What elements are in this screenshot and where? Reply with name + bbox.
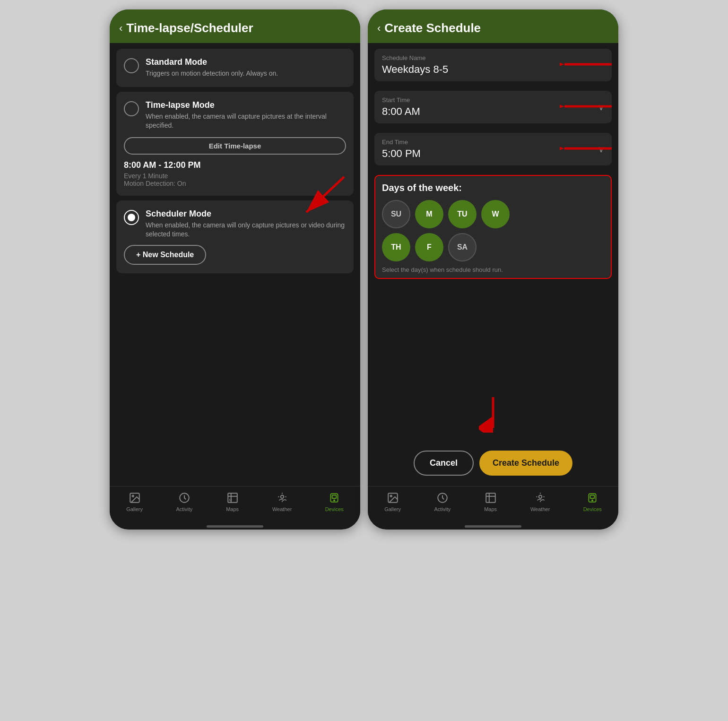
back-button-left[interactable]: ‹ (119, 22, 122, 35)
schedule-name-wrapper: Schedule Name Weekdays 8-5 (374, 49, 612, 81)
end-time-chevron: ∨ (598, 144, 604, 155)
left-header: ‹ Time-lapse/Scheduler (110, 9, 360, 43)
interval-display: Every 1 Minute (124, 172, 346, 180)
schedule-time-display: 8:00 AM - 12:00 PM (124, 160, 346, 170)
scheduler-radio-inner (128, 214, 135, 221)
activity-icon (178, 491, 191, 504)
day-th[interactable]: TH (382, 233, 410, 261)
day-su[interactable]: SU (382, 200, 410, 228)
left-bottom-nav: Gallery Activity M (110, 486, 360, 521)
devices-icon-left (328, 491, 341, 504)
svg-rect-26 (486, 493, 495, 503)
arrow-create-schedule (374, 395, 612, 433)
right-body: Schedule Name Weekdays 8-5 (368, 43, 618, 486)
svg-rect-14 (332, 495, 337, 499)
schedule-name-value: Weekdays 8-5 (382, 63, 604, 76)
svg-point-3 (132, 495, 133, 497)
right-header-title: Create Schedule (384, 21, 481, 35)
svg-point-7 (280, 495, 284, 499)
standard-mode-radio[interactable] (124, 58, 139, 73)
end-time-wrapper: End Time 5:00 PM ∨ (374, 133, 612, 165)
standard-mode-title: Standard Mode (146, 57, 346, 67)
cancel-button[interactable]: Cancel (414, 451, 474, 476)
nav-gallery-label-left: Gallery (126, 506, 143, 512)
nav-weather-label-right: Weather (530, 506, 550, 512)
right-phone: ‹ Create Schedule Schedule Name Weekdays… (368, 9, 618, 530)
standard-mode-card[interactable]: Standard Mode Triggers on motion detecti… (116, 49, 354, 87)
home-indicator-right (465, 525, 521, 528)
timelapse-desc: When enabled, the camera will capture pi… (146, 112, 346, 130)
nav-devices-label-left: Devices (325, 506, 344, 512)
standard-mode-text: Standard Mode Triggers on motion detecti… (146, 57, 346, 78)
day-tu[interactable]: TU (448, 200, 477, 228)
nav-gallery-left[interactable]: Gallery (126, 491, 143, 512)
nav-activity-left[interactable]: Activity (176, 491, 192, 512)
left-phone: ‹ Time-lapse/Scheduler Standard Mode Tri… (110, 9, 360, 530)
create-schedule-button[interactable]: Create Schedule (479, 451, 572, 476)
end-time-content: End Time 5:00 PM (382, 139, 421, 160)
start-time-wrapper: Start Time 8:00 AM ∨ (374, 91, 612, 123)
timelapse-title: Time-lapse Mode (146, 100, 346, 110)
nav-maps-label-left: Maps (226, 506, 239, 512)
nav-weather-right[interactable]: Weather (530, 491, 550, 512)
home-indicator-left (207, 525, 263, 528)
schedule-name-label: Schedule Name (382, 54, 604, 61)
start-time-content: Start Time 8:00 AM (382, 96, 420, 118)
svg-rect-34 (590, 495, 595, 499)
back-button-right[interactable]: ‹ (377, 22, 381, 35)
nav-weather-label-left: Weather (272, 506, 292, 512)
days-container: Days of the week: SU M TU W TH F SA Sele… (374, 175, 612, 279)
edit-timelapse-button[interactable]: Edit Time-lapse (124, 137, 346, 155)
svg-point-33 (592, 500, 593, 501)
nav-maps-label-right: Maps (484, 506, 497, 512)
nav-maps-left[interactable]: M Maps (226, 491, 239, 512)
gallery-icon (128, 491, 141, 504)
left-body: Standard Mode Triggers on motion detecti… (110, 43, 360, 486)
nav-maps-right[interactable]: Maps (484, 491, 497, 512)
nav-activity-label-left: Activity (176, 506, 192, 512)
scheduler-mode-card: Scheduler Mode When enabled, the camera … (116, 200, 354, 273)
maps-icon: M (226, 491, 239, 504)
nav-gallery-right[interactable]: Gallery (384, 491, 401, 512)
days-hint: Select the day(s) when schedule should r… (382, 266, 604, 273)
devices-icon-right (586, 491, 599, 504)
days-row-1: SU M TU W (382, 200, 604, 228)
svg-text:M: M (229, 498, 232, 502)
end-time-label: End Time (382, 139, 421, 146)
end-time-row: End Time 5:00 PM ∨ (382, 139, 604, 160)
timelapse-top: Time-lapse Mode When enabled, the camera… (124, 100, 346, 130)
day-m[interactable]: M (415, 200, 443, 228)
timelapse-mode-card: Time-lapse Mode When enabled, the camera… (116, 92, 354, 196)
day-sa[interactable]: SA (448, 233, 477, 261)
new-schedule-button[interactable]: + New Schedule (124, 245, 206, 265)
scheduler-text: Scheduler Mode When enabled, the camera … (146, 209, 346, 239)
timelapse-text: Time-lapse Mode When enabled, the camera… (146, 100, 346, 130)
end-time-field[interactable]: End Time 5:00 PM ∨ (374, 133, 612, 165)
scheduler-top: Scheduler Mode When enabled, the camera … (124, 209, 346, 239)
schedule-name-field[interactable]: Schedule Name Weekdays 8-5 (374, 49, 612, 81)
scheduler-wrapper: Scheduler Mode When enabled, the camera … (116, 200, 354, 273)
day-f[interactable]: F (415, 233, 443, 261)
days-title: Days of the week: (382, 182, 604, 193)
motion-display: Motion Detection: On (124, 180, 346, 187)
right-bottom-nav: Gallery Activity Maps (368, 486, 618, 521)
day-w[interactable]: W (481, 200, 510, 228)
days-row-2: TH F SA (382, 233, 604, 261)
nav-devices-right[interactable]: Devices (583, 491, 602, 512)
action-row: Cancel Create Schedule (374, 441, 612, 480)
nav-activity-label-right: Activity (434, 506, 451, 512)
standard-mode-desc: Triggers on motion detection only. Alway… (146, 69, 346, 78)
start-time-label: Start Time (382, 96, 420, 104)
gallery-icon-right (386, 491, 399, 504)
start-time-field[interactable]: Start Time 8:00 AM ∨ (374, 91, 612, 123)
nav-weather-left[interactable]: Weather (272, 491, 292, 512)
scheduler-title: Scheduler Mode (146, 209, 346, 219)
scheduler-radio[interactable] (124, 210, 139, 225)
scheduler-desc: When enabled, the camera will only captu… (146, 221, 346, 239)
app-container: ‹ Time-lapse/Scheduler Standard Mode Tri… (0, 0, 728, 721)
nav-activity-right[interactable]: Activity (434, 491, 451, 512)
timelapse-radio[interactable] (124, 101, 139, 116)
start-time-chevron: ∨ (598, 102, 604, 113)
weather-icon-right (534, 491, 547, 504)
nav-devices-left[interactable]: Devices (325, 491, 344, 512)
